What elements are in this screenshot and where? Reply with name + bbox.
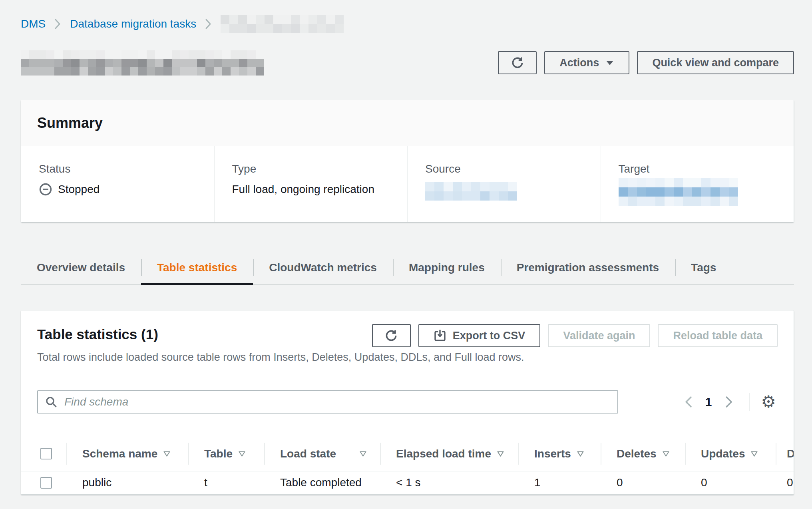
gear-icon: ⚙	[761, 392, 776, 411]
tab-cloudwatch-metrics[interactable]: CloudWatch metrics	[253, 251, 393, 284]
summary-card: Summary Status Stopped Type Full load, o…	[21, 100, 794, 222]
summary-field-label: Type	[232, 162, 400, 176]
export-to-csv-button[interactable]: Export to CSV	[418, 324, 541, 347]
settings-gear-button[interactable]: ⚙	[759, 394, 778, 410]
column-header-deletes[interactable]: Deletes	[601, 436, 685, 471]
breadcrumb: DMS Database migration tasks	[21, 15, 794, 33]
header-actions: Actions Quick view and compare	[498, 51, 794, 74]
breadcrumb-item-dms[interactable]: DMS	[21, 18, 46, 30]
chevron-left-icon	[684, 396, 693, 408]
cell-schema-name: public	[66, 471, 188, 494]
tab-table-statistics[interactable]: Table statistics	[141, 251, 253, 284]
next-page-button[interactable]	[720, 396, 737, 408]
page: DMS Database migration tasks Actions	[0, 0, 812, 495]
column-header-schema-name[interactable]: Schema name	[66, 436, 188, 471]
reload-table-data-label: Reload table data	[673, 330, 762, 342]
summary-field-label: Target	[619, 162, 786, 176]
stopped-status-icon	[39, 183, 52, 196]
status-value: Stopped	[39, 182, 206, 197]
breadcrumb-item-tasks[interactable]: Database migration tasks	[70, 18, 196, 30]
sort-icon	[662, 451, 670, 457]
summary-card-body: Status Stopped Type Full load, ongoing r…	[21, 146, 794, 222]
table-row: public t Table completed < 1 s 1 0 0 0	[21, 471, 794, 494]
chevron-right-icon	[54, 18, 61, 30]
cell-inserts: 1	[518, 471, 601, 494]
chevron-right-icon	[205, 18, 212, 30]
tab-bar: Overview details Table statistics CloudW…	[21, 251, 794, 284]
type-value: Full load, ongoing replication	[232, 182, 400, 197]
summary-title: Summary	[37, 115, 103, 131]
table-refresh-button[interactable]	[372, 324, 411, 347]
quick-view-compare-label: Quick view and compare	[652, 57, 779, 69]
reload-table-data-button[interactable]: Reload table data	[658, 324, 778, 347]
table-header-row: Schema name Table Load state Elapsed loa…	[21, 436, 794, 471]
column-header-table[interactable]: Table	[188, 436, 264, 471]
summary-field-status: Status Stopped	[21, 146, 214, 222]
tab-overview-details[interactable]: Overview details	[21, 251, 141, 284]
summary-field-source: Source	[407, 146, 601, 222]
row-checkbox[interactable]	[40, 477, 52, 489]
export-to-csv-label: Export to CSV	[453, 330, 525, 342]
previous-page-button[interactable]	[680, 396, 697, 408]
table-statistics-description: Total rows include loaded source table r…	[21, 347, 794, 364]
column-header-updates[interactable]: Updates	[685, 436, 776, 471]
column-header-ddls[interactable]: DDLs	[776, 436, 794, 471]
table-statistics-card: Table statistics (1) Export	[21, 310, 794, 495]
download-icon	[434, 329, 446, 342]
cell-updates: 0	[685, 471, 776, 494]
refresh-button[interactable]	[498, 51, 537, 74]
pagination: 1 ⚙	[680, 393, 778, 411]
refresh-icon	[511, 56, 524, 70]
pager-divider	[749, 393, 750, 411]
table-statistics-title: Table statistics (1)	[37, 324, 158, 342]
current-page-number: 1	[697, 395, 721, 409]
summary-field-label: Source	[425, 162, 593, 176]
task-name-redacted	[21, 50, 264, 76]
table-filter-row: 1 ⚙	[21, 390, 794, 414]
column-header-load-state[interactable]: Load state	[264, 436, 380, 471]
table-statistics-table: Schema name Table Load state Elapsed loa…	[21, 436, 794, 494]
status-text: Stopped	[58, 182, 100, 197]
select-all-checkbox[interactable]	[40, 448, 52, 459]
tab-premigration-assessments[interactable]: Premigration assessments	[501, 251, 675, 284]
refresh-icon	[384, 329, 398, 342]
table-statistics-actions: Export to CSV Validate again Reload tabl…	[372, 324, 778, 347]
quick-view-compare-button[interactable]: Quick view and compare	[637, 51, 794, 74]
summary-field-target: Target	[601, 146, 794, 222]
cell-deletes: 0	[601, 471, 685, 494]
summary-card-header: Summary	[21, 100, 794, 146]
cell-ddls: 0	[776, 471, 794, 494]
sort-icon	[359, 451, 367, 457]
sort-icon	[750, 451, 758, 457]
sort-icon	[238, 451, 246, 457]
summary-field-label: Status	[39, 162, 206, 176]
summary-field-type: Type Full load, ongoing replication	[214, 146, 408, 222]
cell-table: t	[188, 471, 264, 494]
sort-icon	[163, 451, 171, 457]
cell-elapsed-load-time: < 1 s	[380, 471, 518, 494]
validate-again-label: Validate again	[563, 330, 635, 342]
breadcrumb-current-redacted	[221, 15, 344, 33]
actions-button[interactable]: Actions	[544, 51, 629, 74]
chevron-right-icon	[724, 396, 733, 408]
actions-button-label: Actions	[559, 57, 599, 69]
cell-load-state: Table completed	[264, 471, 380, 494]
sort-icon	[577, 451, 584, 457]
find-schema-input[interactable]	[37, 390, 618, 414]
sort-icon	[497, 451, 504, 457]
target-endpoint-redacted-link[interactable]	[619, 178, 738, 206]
column-header-elapsed-load-time[interactable]: Elapsed load time	[380, 436, 518, 471]
find-schema-search	[37, 390, 618, 414]
source-endpoint-redacted-link[interactable]	[425, 182, 517, 201]
tab-mapping-rules[interactable]: Mapping rules	[393, 251, 501, 284]
caret-down-icon	[605, 60, 614, 66]
validate-again-button[interactable]: Validate again	[548, 324, 650, 347]
column-header-inserts[interactable]: Inserts	[518, 436, 601, 471]
page-header: Actions Quick view and compare	[21, 50, 794, 75]
tab-tags[interactable]: Tags	[675, 251, 732, 284]
